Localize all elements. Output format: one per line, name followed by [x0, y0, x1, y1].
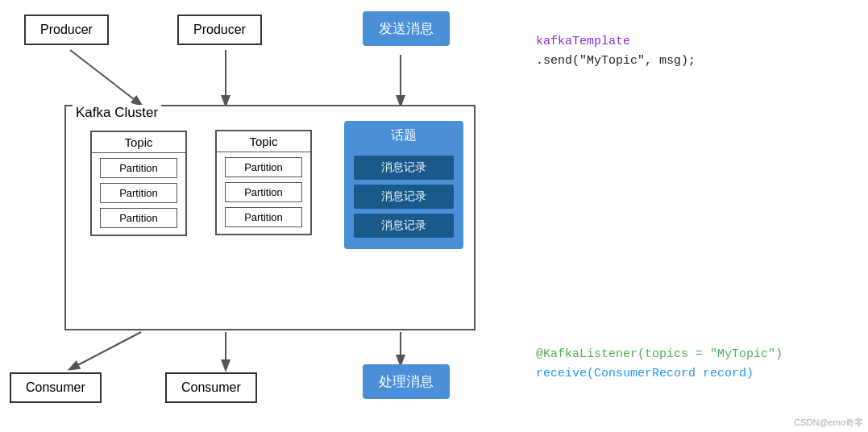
blue-topic: 话题 消息记录 消息记录 消息记录: [344, 121, 463, 249]
blue-topic-label: 话题: [344, 121, 463, 151]
record-2: 消息记录: [354, 185, 454, 209]
code-line-4: receive(ConsumerRecord record): [536, 364, 856, 384]
topic-1-label: Topic: [92, 132, 185, 153]
svg-line-3: [70, 332, 141, 369]
topic-1: Topic Partition Partition Partition: [90, 131, 187, 236]
producer-1-label: Producer: [40, 23, 93, 36]
topic-2-label: Topic: [217, 131, 310, 152]
topic-2: Topic Partition Partition Partition: [215, 130, 312, 235]
partition-2-1: Partition: [225, 157, 302, 177]
consumer-2-label: Consumer: [181, 380, 241, 394]
code-bottom: @KafkaListener(topics = "MyTopic") recei…: [536, 345, 856, 384]
watermark: CSDN@emo奇零: [794, 417, 863, 429]
code-line-3: @KafkaListener(topics = "MyTopic"): [536, 345, 856, 364]
producer-1: Producer: [24, 15, 109, 45]
partition-2-2: Partition: [225, 182, 302, 202]
record-3: 消息记录: [354, 214, 454, 238]
process-button-label: 处理消息: [379, 374, 434, 389]
send-method-text: .send("MyTopic", msg);: [536, 54, 696, 68]
kafka-listener-text: @KafkaListener(topics = "MyTopic"): [536, 347, 783, 361]
partition-1-2: Partition: [100, 183, 177, 203]
code-top: kafkaTemplate .send("MyTopic", msg);: [536, 32, 856, 71]
consumer-1-label: Consumer: [26, 380, 85, 394]
consumer-1: Consumer: [10, 372, 102, 403]
partition-1-1: Partition: [100, 158, 177, 178]
kafka-template-text: kafkaTemplate: [536, 35, 630, 48]
process-button[interactable]: 处理消息: [363, 364, 450, 399]
consumer-2: Consumer: [165, 372, 257, 403]
receive-text: receive(ConsumerRecord record): [536, 367, 754, 380]
producer-2: Producer: [177, 15, 262, 45]
code-line-1: kafkaTemplate: [536, 32, 856, 52]
send-button-label: 发送消息: [379, 21, 434, 36]
code-area: kafkaTemplate .send("MyTopic", msg); @Ka…: [524, 0, 868, 432]
partition-2-3: Partition: [225, 207, 302, 227]
record-1: 消息记录: [354, 156, 454, 180]
partition-1-3: Partition: [100, 208, 177, 228]
svg-line-0: [70, 50, 141, 105]
kafka-cluster-label: Kafka Cluster: [73, 105, 161, 121]
code-line-2: .send("MyTopic", msg);: [536, 52, 856, 71]
kafka-cluster: Kafka Cluster Topic Partition Partition …: [64, 105, 476, 330]
producer-2-label: Producer: [193, 23, 246, 36]
send-button[interactable]: 发送消息: [363, 11, 450, 46]
